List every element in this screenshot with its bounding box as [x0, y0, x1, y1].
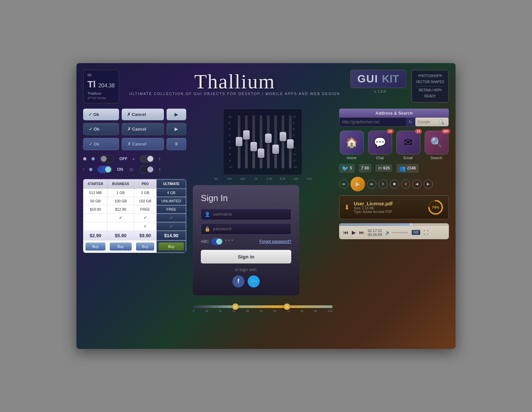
cancel-button-blue[interactable]: ✗ Cancel [122, 138, 164, 150]
chat-badge: 19 [387, 129, 393, 134]
price-row: $2.90 $5.90 $9.90 $14.90 [83, 231, 186, 240]
slider-track-1k[interactable] [260, 115, 262, 168]
search-submit-icon[interactable]: 🔍 [439, 119, 444, 125]
element-number: 88 [87, 73, 115, 78]
linkedin-social-btn[interactable]: in 926 [375, 164, 392, 172]
range-handle-left[interactable] [232, 303, 239, 310]
vol-slider-knob[interactable] [287, 139, 294, 149]
mini-toggle-2[interactable] [140, 166, 154, 173]
button-row-3: ✓ Ok ✗ Cancel ⏸ [83, 138, 186, 150]
buy-starter[interactable]: Buy [85, 243, 105, 251]
stop-button[interactable]: ⏹ [390, 179, 399, 189]
element-name: Thallium [87, 91, 115, 96]
forgot-password-link[interactable]: Forgot password? [259, 239, 291, 244]
video-play-button[interactable]: ▶ [352, 229, 356, 236]
facebook-social-btn[interactable]: f 68 [359, 164, 372, 172]
signin-button[interactable]: Sign in [201, 250, 291, 263]
video-rewind-button[interactable]: ⏮ [343, 230, 348, 236]
record-button[interactable]: ⏺ [401, 179, 410, 189]
video-volume-control: 🔊 [385, 230, 408, 235]
right-column: Address & Search ↻ 🔍 🏠 Home [339, 109, 449, 313]
signin-title: Sign In [201, 193, 291, 203]
range-handle-right[interactable] [284, 303, 290, 310]
plan-business: BUSINESS [107, 179, 134, 188]
play-button-dark[interactable]: ▶ [167, 123, 186, 135]
search-app-icon[interactable]: 🔍 457 Search [424, 131, 449, 160]
password-input[interactable] [213, 226, 288, 231]
left-column: ✓ Ok ✗ Cancel ▶ ✓ Ok ✗ Cancel ▶ ✓ Ok ✗ C… [83, 109, 186, 313]
dot-1 [83, 157, 86, 160]
slider-track-6.3k[interactable] [274, 115, 277, 168]
abc-toggle: ABC *** [201, 238, 234, 245]
prev-track-button[interactable]: ◀ [412, 179, 422, 189]
search-engine-input[interactable] [417, 120, 437, 124]
slider-knob-160[interactable] [243, 130, 250, 140]
ok-button-dark[interactable]: ✓ Ok [83, 123, 119, 135]
slider-knob-1k[interactable] [258, 149, 264, 158]
home-app-icon[interactable]: 🏠 Home [339, 131, 364, 160]
cancel-button-dark[interactable]: ✗ Cancel [122, 123, 164, 135]
plan-starter: STARTER [83, 179, 108, 188]
toggles-section: OFF ● I I ON ⊙ [83, 155, 186, 173]
hd-button[interactable]: HD [412, 230, 420, 235]
twitter-social-btn[interactable]: 🐦 5 [339, 164, 355, 173]
slider-track-50[interactable] [238, 115, 240, 168]
fullscreen-icon[interactable]: ⛶ [424, 230, 428, 235]
download-info: User_License.pdf Size: 2.18 Mb Type: Ado… [354, 201, 423, 214]
mini-toggle-1[interactable] [140, 155, 154, 162]
social-login-buttons: f 🐦 [201, 275, 291, 287]
toggle-off-1[interactable] [100, 155, 114, 162]
slider-knob-50[interactable] [236, 137, 242, 146]
slider-track-400[interactable] [252, 115, 255, 168]
slider-knob-400[interactable] [250, 142, 257, 151]
password-input-wrap: 🔒 [201, 223, 291, 235]
ok-button-blue[interactable]: ✓ Ok [83, 138, 119, 150]
play-button-light[interactable]: ▶ [167, 109, 186, 120]
social-row: 🐦 5 f 68 in 926 👥 2346 [339, 164, 449, 173]
slider-track-2.5k[interactable] [267, 115, 270, 168]
fast-forward-button[interactable]: ⏭ [367, 179, 376, 189]
chat-app-icon[interactable]: 💬 19 Chat [367, 131, 392, 160]
reload-button[interactable]: ↻ [406, 118, 415, 126]
rewind-button[interactable]: ⏮ [339, 179, 348, 189]
slider-knob-16k[interactable] [280, 132, 286, 141]
buy-row: Buy Buy Buy Buy [83, 240, 186, 253]
header: 88 Tl 204.38 Thallium 4f¹⁴5d¹⁰6s²6p¹ Tha… [83, 70, 449, 103]
vol-slider-track[interactable] [289, 115, 292, 168]
volume-slider[interactable] [392, 232, 408, 233]
pause-button-blue[interactable]: ⏸ [167, 138, 186, 150]
title-area: Thallium ULTIMATE COLLECTION OF GUI OBJE… [124, 70, 345, 96]
gui-text: GUI [357, 73, 382, 85]
pause-media-button[interactable]: ⏸ [378, 179, 388, 189]
slider-track-16k[interactable] [282, 115, 284, 168]
kit-text: KIT [382, 73, 399, 85]
twitter-login-button[interactable]: 🐦 [248, 275, 260, 287]
toggle-on-1[interactable] [97, 166, 112, 173]
password-toggle[interactable] [211, 238, 223, 245]
ps-line4: READY [416, 93, 444, 99]
video-progress-bar[interactable] [339, 223, 449, 226]
url-input[interactable] [339, 118, 406, 126]
next-track-button[interactable]: ▶ [424, 179, 433, 189]
slider-track-160[interactable] [245, 115, 248, 168]
linkedin-icon: in [378, 166, 382, 170]
ok-button-light[interactable]: ✓ Ok [83, 109, 119, 120]
buy-pro[interactable]: Buy [136, 243, 155, 251]
content-area: ✓ Ok ✗ Cancel ▶ ✓ Ok ✗ Cancel ▶ ✓ Ok ✗ C… [83, 109, 449, 313]
username-input[interactable] [213, 212, 288, 217]
slider-knob-6.3k[interactable] [272, 145, 279, 154]
buy-business[interactable]: Buy [110, 243, 132, 251]
video-fastforward-button[interactable]: ⏭ [359, 230, 364, 236]
cancel-button-light[interactable]: ✗ Cancel [122, 109, 164, 120]
range-track[interactable] [193, 305, 332, 308]
group-social-btn[interactable]: 👥 2346 [396, 164, 419, 173]
eq-slider-160 [245, 115, 248, 168]
slider-knob-2.5k[interactable] [265, 134, 272, 143]
email-app-icon[interactable]: ✉ 23 Email [396, 131, 421, 160]
play-media-button[interactable]: ▶ [350, 177, 365, 191]
facebook-login-button[interactable]: f [232, 275, 244, 287]
buy-ultimate[interactable]: Buy [159, 243, 184, 251]
search-badge: 457 [442, 129, 450, 134]
video-progress-handle[interactable] [409, 223, 413, 227]
dots-text: *** [225, 239, 234, 245]
